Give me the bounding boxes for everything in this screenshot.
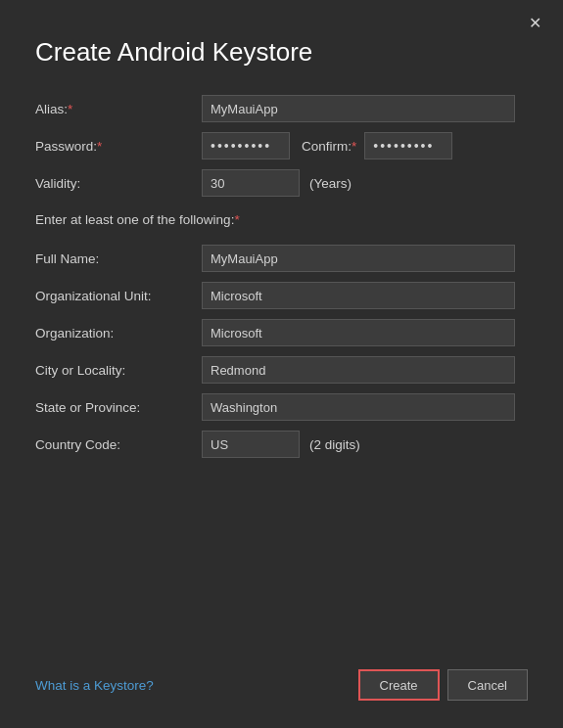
- validity-unit: (Years): [309, 176, 352, 191]
- alias-label: Alias:*: [35, 102, 202, 116]
- alias-row: Alias:*: [35, 95, 528, 122]
- fullname-row: Full Name:: [35, 245, 528, 272]
- dialog-footer: What is a Keystore? Create Cancel: [35, 654, 528, 701]
- create-button[interactable]: Create: [358, 669, 440, 701]
- section-divider: Enter at least one of the following:*: [35, 206, 528, 237]
- country-label: Country Code:: [35, 437, 202, 452]
- country-row: Country Code: (2 digits): [35, 431, 528, 458]
- country-hint: (2 digits): [309, 437, 360, 452]
- section-required: *: [234, 212, 239, 227]
- alias-required: *: [68, 102, 72, 116]
- confirm-input[interactable]: [364, 132, 452, 159]
- state-input[interactable]: [202, 393, 515, 421]
- dialog-title: Create Android Keystore: [35, 37, 528, 68]
- country-input[interactable]: [202, 431, 300, 458]
- city-input[interactable]: [202, 356, 515, 384]
- org-unit-label: Organizational Unit:: [35, 289, 202, 303]
- confirm-required: *: [352, 139, 356, 154]
- footer-buttons: Create Cancel: [358, 669, 529, 701]
- city-label: City or Locality:: [35, 363, 202, 378]
- confirm-label: Confirm:*: [302, 139, 356, 154]
- keystore-link[interactable]: What is a Keystore?: [35, 678, 154, 693]
- city-row: City or Locality:: [35, 356, 528, 384]
- org-unit-row: Organizational Unit:: [35, 282, 528, 309]
- section-note: Enter at least one of the following:*: [35, 212, 528, 227]
- password-input[interactable]: [202, 132, 290, 159]
- org-input[interactable]: [202, 319, 515, 346]
- state-row: State or Province:: [35, 393, 528, 421]
- validity-label: Validity:: [35, 176, 202, 191]
- password-label: Password:*: [35, 139, 202, 154]
- org-label: Organization:: [35, 326, 202, 341]
- org-row: Organization:: [35, 319, 528, 346]
- cancel-button[interactable]: Cancel: [447, 669, 528, 701]
- validity-input[interactable]: [202, 169, 300, 197]
- fullname-input[interactable]: [202, 245, 515, 272]
- org-unit-input[interactable]: [202, 282, 515, 309]
- alias-input[interactable]: [202, 95, 515, 122]
- create-keystore-dialog: ✕ Create Android Keystore Alias:* Passwo…: [0, 0, 563, 728]
- validity-row: Validity: (Years): [35, 169, 528, 197]
- fullname-label: Full Name:: [35, 251, 202, 266]
- form-area: Alias:* Password:* Confirm:* Validity: (…: [35, 95, 528, 654]
- password-required: *: [97, 139, 102, 154]
- close-button[interactable]: ✕: [523, 12, 547, 35]
- password-row: Password:* Confirm:*: [35, 132, 528, 159]
- confirm-group: Confirm:*: [302, 132, 452, 159]
- state-label: State or Province:: [35, 400, 202, 415]
- close-icon: ✕: [529, 15, 541, 31]
